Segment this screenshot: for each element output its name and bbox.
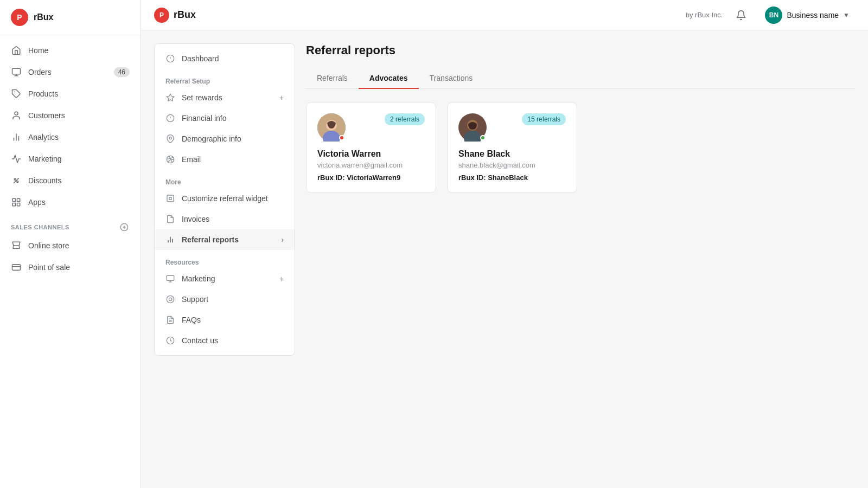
main-area: P rBux by rBux Inc. BN Business name ▼ — [141, 0, 868, 488]
sidebar-item-pos-label: Point of sale — [28, 263, 70, 272]
sidebar-item-home[interactable]: Home — [0, 40, 141, 61]
app-sidebar-item-demographic[interactable]: Demographic info — [155, 129, 295, 149]
shane-status-dot — [480, 135, 486, 140]
orders-icon — [11, 67, 22, 78]
dashboard-icon — [165, 54, 175, 63]
app-sidebar-item-referral-reports[interactable]: Referral reports › — [155, 229, 295, 250]
shane-rbux-id: rBux ID: ShaneBlack — [458, 174, 566, 182]
referral-reports-chevron-icon: › — [281, 235, 284, 244]
app-sidebar-item-contact[interactable]: Contact us — [155, 330, 295, 351]
tabs-bar: Referrals Advocates Transactions — [306, 68, 855, 89]
notification-bell-button[interactable] — [731, 5, 751, 25]
dashboard-label: Dashboard — [182, 54, 219, 63]
victoria-name: Victoria Warren — [317, 149, 425, 159]
topbar-right: by rBux Inc. BN Business name ▼ — [686, 3, 855, 27]
sidebar-item-online-store[interactable]: Online store — [0, 235, 141, 256]
customize-widget-label: Customize referral widget — [182, 194, 268, 203]
orders-badge: 46 — [114, 67, 130, 77]
svg-rect-18 — [12, 265, 21, 271]
faqs-label: FAQs — [182, 316, 201, 324]
sidebar-item-orders[interactable]: Orders 46 — [0, 61, 141, 83]
sidebar-logo-icon: P — [11, 9, 28, 26]
advocates-grid: 2 referrals Victoria Warren victoria.war… — [306, 102, 855, 193]
resources-marketing-label: Marketing — [182, 274, 215, 283]
sidebar-item-apps-label: Apps — [28, 198, 46, 207]
sidebar-header: P rBux — [0, 0, 141, 35]
set-rewards-label: Set rewards — [182, 93, 222, 102]
widget-icon — [165, 194, 175, 203]
svg-rect-33 — [167, 275, 174, 280]
sidebar-item-products[interactable]: Products — [0, 83, 141, 105]
topbar-brand-name: rBux — [174, 9, 196, 21]
victoria-rbux-id: rBux ID: VictoriaWarren9 — [317, 174, 425, 182]
resources-section-label: Resources — [155, 250, 295, 268]
svg-point-36 — [167, 296, 174, 303]
shane-email: shane.black@gmail.com — [458, 161, 566, 169]
app-sidebar-item-invoices[interactable]: Invoices — [155, 209, 295, 229]
pos-icon — [11, 262, 22, 273]
app-sidebar-item-financial-info[interactable]: Financial info — [155, 108, 295, 129]
sidebar-item-customers[interactable]: Customers — [0, 105, 141, 126]
sidebar-item-discounts[interactable]: Discounts — [0, 170, 141, 191]
sidebar-item-apps[interactable]: Apps — [0, 191, 141, 213]
shane-avatar-wrap — [458, 113, 487, 142]
sidebar-item-orders-label: Orders — [28, 68, 52, 76]
tab-advocates[interactable]: Advocates — [359, 68, 419, 89]
online-store-icon — [11, 240, 22, 251]
tab-transactions[interactable]: Transactions — [419, 68, 484, 89]
app-sidebar-item-email[interactable]: Email — [155, 149, 295, 170]
svg-point-9 — [17, 181, 18, 183]
account-button[interactable]: BN Business name ▼ — [760, 3, 855, 27]
sidebar-item-marketing[interactable]: Marketing — [0, 148, 141, 170]
set-rewards-plus-icon: + — [279, 93, 284, 102]
svg-point-27 — [169, 137, 171, 139]
more-section-label: More — [155, 170, 295, 188]
app-sidebar-item-support[interactable]: Support — [155, 289, 295, 310]
email-icon — [165, 155, 175, 164]
advocate-card-victoria: 2 referrals Victoria Warren victoria.war… — [306, 102, 436, 193]
victoria-status-dot — [339, 135, 344, 140]
sidebar-item-online-store-label: Online store — [28, 241, 69, 250]
sidebar-logo-text: rBux — [34, 12, 53, 22]
svg-rect-0 — [12, 68, 21, 74]
invoices-label: Invoices — [182, 215, 209, 223]
reports-icon — [165, 235, 175, 245]
svg-rect-13 — [12, 203, 15, 206]
marketing-plus-icon: + — [279, 274, 284, 283]
app-sidebar-item-marketing[interactable]: Marketing + — [155, 268, 295, 289]
financial-info-label: Financial info — [182, 114, 227, 123]
app-sidebar-item-customize-widget[interactable]: Customize referral widget — [155, 188, 295, 209]
demographic-icon — [165, 134, 175, 144]
add-sales-channel-button[interactable] — [119, 222, 130, 233]
sidebar-item-analytics[interactable]: Analytics — [0, 126, 141, 148]
tab-referrals[interactable]: Referrals — [306, 68, 359, 89]
demographic-info-label: Demographic info — [182, 134, 241, 143]
app-sidebar-item-dashboard[interactable]: Dashboard — [155, 48, 295, 69]
discounts-icon — [11, 175, 22, 186]
sidebar-item-products-label: Products — [28, 89, 58, 98]
app-sidebar-item-set-rewards[interactable]: Set rewards + — [155, 87, 295, 108]
apps-icon — [11, 197, 22, 208]
svg-marker-23 — [167, 94, 174, 101]
support-label: Support — [182, 295, 208, 304]
sales-channels-section: SALES CHANNELS — [0, 213, 141, 235]
svg-rect-12 — [17, 198, 20, 201]
card-top-victoria: 2 referrals — [317, 113, 425, 142]
svg-rect-29 — [167, 195, 174, 202]
svg-point-4 — [15, 112, 18, 115]
analytics-icon — [11, 132, 22, 143]
svg-rect-14 — [17, 203, 20, 206]
topbar-brand: P rBux — [154, 8, 196, 23]
faqs-icon — [165, 315, 175, 325]
left-sidebar: P rBux Home Orders 46 Products — [0, 0, 141, 488]
shane-referral-badge: 15 referrals — [522, 113, 566, 125]
sidebar-item-analytics-label: Analytics — [28, 133, 59, 142]
sidebar-item-discounts-label: Discounts — [28, 176, 61, 185]
contact-label: Contact us — [182, 336, 218, 345]
advocate-card-shane: 15 referrals Shane Black shane.black@gma… — [447, 102, 577, 193]
resources-marketing-icon — [165, 274, 175, 284]
sidebar-item-pos[interactable]: Point of sale — [0, 256, 141, 278]
topbar-attribution: by rBux Inc. — [686, 11, 723, 19]
app-sidebar-item-faqs[interactable]: FAQs — [155, 310, 295, 330]
victoria-referral-badge: 2 referrals — [385, 113, 425, 125]
